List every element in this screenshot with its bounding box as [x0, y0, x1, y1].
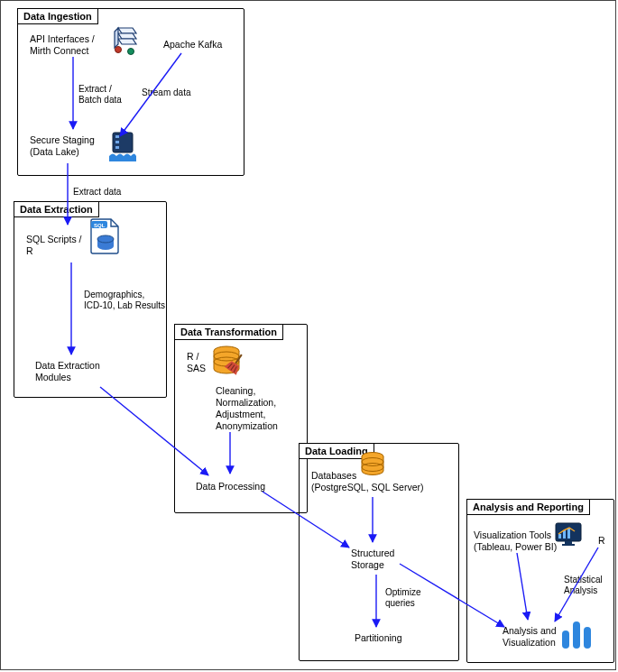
node-r: R — [598, 535, 605, 547]
svg-rect-32 — [584, 627, 591, 649]
edge-label-stream-data: Stream data — [142, 87, 190, 98]
svg-marker-3 — [115, 28, 118, 48]
node-partitioning: Partitioning — [355, 632, 402, 644]
group-title: Data Transformation — [174, 324, 283, 340]
edge-label-extract-data: Extract data — [73, 187, 121, 198]
svg-point-5 — [128, 49, 134, 55]
database-icon — [360, 452, 385, 481]
svg-point-4 — [115, 47, 122, 53]
network-stack-icon — [109, 24, 142, 59]
svg-text:SQL: SQL — [94, 223, 106, 228]
node-extraction-modules: Data Extraction Modules — [35, 360, 100, 383]
svg-rect-28 — [565, 541, 572, 544]
svg-rect-29 — [562, 544, 575, 546]
bar-chart-icon — [560, 618, 596, 652]
dashboard-chart-icon — [555, 522, 582, 549]
svg-marker-0 — [118, 28, 136, 33]
edge-label-demographics: Demographics, ICD-10, Lab Results — [84, 290, 165, 311]
svg-marker-2 — [118, 39, 136, 44]
svg-rect-7 — [115, 135, 119, 138]
group-title: Data Ingestion — [17, 8, 98, 24]
edge-label-statistical-analysis: Statistical Analysis — [564, 575, 603, 596]
node-r-sas: R / SAS — [187, 351, 206, 374]
svg-rect-30 — [562, 631, 569, 649]
svg-rect-26 — [563, 530, 566, 539]
node-apache-kafka: Apache Kafka — [163, 39, 222, 51]
svg-rect-31 — [573, 621, 580, 649]
server-datalake-icon — [107, 131, 138, 165]
node-structured-storage: Structured Storage — [351, 548, 394, 571]
database-cleaning-icon — [210, 344, 252, 387]
node-data-processing: Data Processing — [196, 481, 265, 492]
svg-rect-9 — [115, 146, 119, 149]
sql-file-icon: SQL — [89, 217, 124, 257]
svg-marker-1 — [118, 33, 136, 39]
node-sql-scripts: SQL Scripts / R — [26, 234, 81, 257]
diagram-canvas: Data Ingestion Data Extraction Data Tran… — [0, 0, 616, 670]
svg-rect-27 — [567, 528, 570, 539]
edge-label-optimize-queries: Optimize queries — [385, 587, 420, 609]
edge-label-extract-batch: Extract / Batch data — [78, 84, 122, 106]
node-visualization-tools: Visualization Tools (Tableau, Power BI) — [474, 529, 557, 553]
node-api-interfaces: API Interfaces / Mirth Connect — [30, 33, 95, 57]
node-analysis-visualization: Analysis and Visualization — [503, 625, 557, 649]
node-r-sas-sublabel: Cleaning, Normalization, Adjustment, Ano… — [216, 385, 278, 433]
node-secure-staging: Secure Staging (Data Lake) — [30, 134, 95, 158]
group-title: Data Extraction — [14, 201, 99, 217]
svg-rect-8 — [115, 141, 119, 143]
group-title: Analysis and Reporting — [466, 499, 590, 515]
svg-rect-25 — [558, 534, 561, 539]
